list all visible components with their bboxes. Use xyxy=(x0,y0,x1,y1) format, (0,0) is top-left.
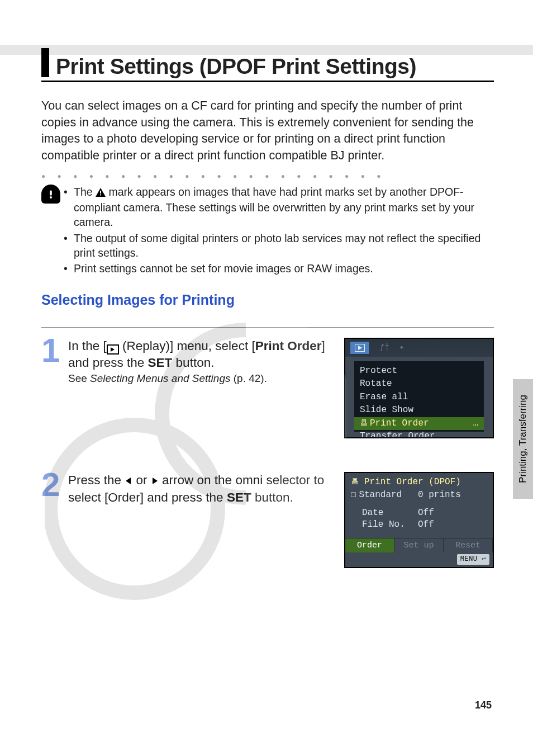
section-rule xyxy=(41,327,494,328)
page-number: 145 xyxy=(475,700,492,711)
svg-rect-4 xyxy=(100,194,101,195)
step-2: 2 Press the or arrow on the omni selecto… xyxy=(41,472,494,568)
k: File No. xyxy=(351,519,418,531)
t: (p. 42). xyxy=(230,372,266,384)
cam2-reset-button: Reset xyxy=(444,538,493,552)
cam2-buttons: Order Set up Reset xyxy=(345,538,493,552)
chapter-tab: Printing, Transferring xyxy=(513,379,533,499)
cam-menu-item: Slide Show xyxy=(354,404,484,417)
step-number: 2 xyxy=(41,470,68,500)
caution-item: Print settings cannot be set for movie i… xyxy=(64,261,494,276)
page-title: Print Settings (DPOF Print Settings) xyxy=(56,54,416,77)
caution-item: The output of some digital printers or p… xyxy=(64,231,494,261)
cam2-row: DateOff xyxy=(345,507,493,519)
arrow-right-icon xyxy=(151,472,159,489)
text: The xyxy=(74,186,96,198)
cam2-order-button: Order xyxy=(345,538,394,552)
replay-icon xyxy=(107,344,119,355)
step-1-text: In the [ (Replay)] menu, select [Print O… xyxy=(68,338,334,372)
step-1-subtext: See Selecting Menus and Settings (p. 42)… xyxy=(68,372,334,385)
t: button. xyxy=(172,356,214,370)
title-row: Print Settings (DPOF Print Settings) xyxy=(41,54,494,82)
camera-print-order-dpof: Print Order (DPOF) Standard0 prints Date… xyxy=(344,472,494,568)
step-number: 1 xyxy=(41,336,68,366)
t: Print Order (DPOF) xyxy=(364,476,461,489)
section-heading: Selecting Images for Printing xyxy=(41,292,494,308)
arrow-left-icon xyxy=(125,472,132,489)
t: Print Order xyxy=(370,418,429,428)
cam-menu-item: Transfer Order xyxy=(354,430,484,438)
camera-menu-replay: ƒ† ✦ Protect Rotate Erase all Slide Show… xyxy=(344,338,494,438)
cam-tabbar: ƒ† ✦ xyxy=(345,339,493,357)
setup-tab-icon: ƒ† xyxy=(380,342,389,353)
v: Off xyxy=(418,507,487,519)
caution-list: The mark appears on images that have had… xyxy=(64,185,494,277)
t: Press the xyxy=(68,473,125,487)
cam-menu-body: Protect Rotate Erase all Slide Show Prin… xyxy=(354,361,484,432)
caution-icon xyxy=(41,185,60,204)
t: SET xyxy=(148,356,173,370)
step-2-text: Press the or arrow on the omni selector … xyxy=(68,472,334,507)
print-icon xyxy=(351,476,361,489)
v: Off xyxy=(418,519,487,531)
cam-menu-item-selected: Print Order… xyxy=(354,417,484,431)
t: SET xyxy=(227,490,251,504)
k: Date xyxy=(351,507,418,519)
t: … xyxy=(473,418,478,430)
svg-rect-1 xyxy=(50,190,52,195)
caution-item: The mark appears on images that have had… xyxy=(64,185,494,230)
t: See xyxy=(68,372,90,384)
title-accent xyxy=(41,48,49,77)
cam-menu-item: Protect xyxy=(354,365,484,378)
cam-menu-item: Rotate xyxy=(354,377,484,391)
t: Print Order xyxy=(255,339,322,353)
cam2-row: Standard0 prints xyxy=(345,489,493,502)
chapter-tab-label: Printing, Transferring xyxy=(517,395,529,483)
cam-menu-item: Erase all xyxy=(354,391,484,404)
cam2-row: File No.Off xyxy=(345,519,493,531)
cam2-title: Print Order (DPOF) xyxy=(345,473,493,490)
intro-paragraph: You can select images on a CF card for p… xyxy=(41,98,494,164)
t: or xyxy=(132,473,151,487)
replay-tab-icon xyxy=(350,341,370,355)
t: Selecting Menus and Settings xyxy=(90,372,230,384)
print-icon xyxy=(360,418,370,428)
cam2-menu-badge: MENU xyxy=(457,554,489,564)
t: button. xyxy=(251,490,293,504)
svg-point-2 xyxy=(50,196,52,199)
warning-triangle-icon xyxy=(96,186,106,200)
t: In the [ xyxy=(68,339,107,353)
cam2-setup-button: Set up xyxy=(394,538,444,552)
v: 0 prints xyxy=(418,489,487,502)
svg-rect-3 xyxy=(100,191,101,193)
t: (Replay)] menu, select [ xyxy=(119,339,255,353)
mycamera-tab-icon: ✦ xyxy=(399,342,404,353)
text: mark appears on images that have had pri… xyxy=(74,186,474,229)
k: Standard xyxy=(351,489,418,502)
step-1: 1 In the [ (Replay)] menu, select [Print… xyxy=(41,338,494,438)
dotted-rule: ● ● ● ● ● ● ● ● ● ● ● ● ● ● ● ● ● ● ● ● … xyxy=(41,172,494,180)
